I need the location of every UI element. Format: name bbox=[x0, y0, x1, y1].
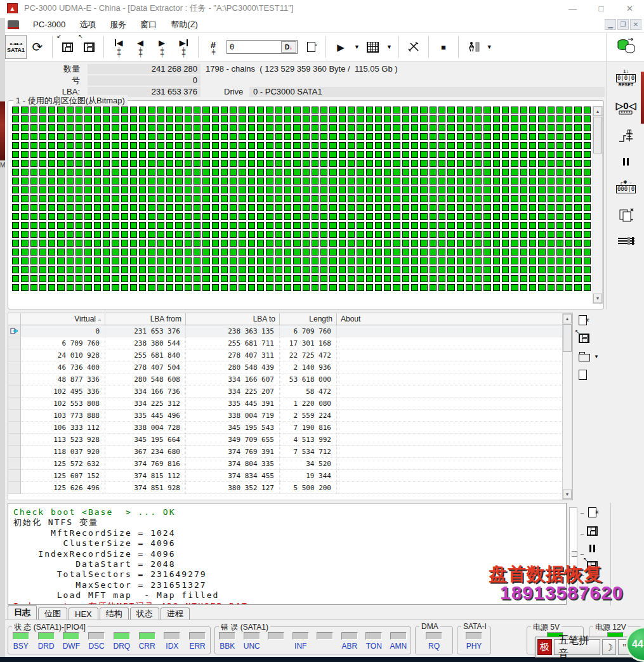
maximize-button[interactable]: □ bbox=[587, 0, 615, 16]
pause-log-button[interactable] bbox=[589, 545, 595, 552]
bitmap-cell bbox=[84, 151, 91, 158]
scroll-down-icon[interactable]: ▼ bbox=[563, 490, 572, 499]
bitmap-grid[interactable] bbox=[12, 107, 591, 294]
header-lba-from[interactable]: LBA from bbox=[105, 313, 186, 325]
build-map-button[interactable] bbox=[362, 35, 384, 59]
start-read-button[interactable]: ▶ bbox=[330, 35, 352, 59]
goto-next-sector-button[interactable]: ▶ ╪╪ bbox=[151, 35, 173, 59]
bitmap-cell bbox=[438, 266, 445, 273]
jump-to-button[interactable] bbox=[618, 129, 634, 144]
tools-button[interactable] bbox=[403, 35, 424, 59]
table-row[interactable]: 125 572 632374 769 816374 804 33534 520 bbox=[8, 458, 572, 470]
bitmap-cell bbox=[148, 284, 155, 291]
stop-button[interactable]: ■ bbox=[433, 35, 454, 59]
clear-pages-button[interactable] bbox=[618, 207, 634, 223]
open-map-button[interactable]: ▼ bbox=[579, 351, 599, 361]
bitmap-cell bbox=[185, 151, 192, 158]
table-row[interactable]: 6 709 760238 380 544255 681 71117 301 16… bbox=[8, 337, 572, 349]
pause-button[interactable] bbox=[623, 158, 629, 166]
bitmap-scrollbar[interactable]: ▲ ▼ bbox=[593, 106, 603, 304]
table-scrollbar[interactable]: ▲ ▼ bbox=[562, 313, 572, 500]
bitmap-cell bbox=[12, 266, 19, 273]
bitmap-cell bbox=[266, 124, 273, 131]
table-row[interactable]: 106 333 112338 004 728345 195 5437 190 8… bbox=[8, 422, 572, 434]
header-virtual[interactable]: Virtual▵ bbox=[21, 313, 105, 325]
table-row[interactable]: 102 495 336334 166 736334 225 20758 472 bbox=[8, 386, 572, 398]
tab-state[interactable]: 状态 bbox=[130, 607, 159, 620]
start-dropdown-arrow[interactable]: ▼ bbox=[354, 44, 360, 50]
ime-mode-button[interactable]: 五笔拼音 bbox=[554, 639, 600, 655]
table-row[interactable]: 48 877 336280 548 608334 166 60753 618 0… bbox=[8, 373, 572, 386]
table-row[interactable]: 24 010 928255 681 840278 407 31122 725 4… bbox=[8, 349, 572, 361]
copy-data-button[interactable] bbox=[617, 38, 636, 55]
bottom-tabs: 日志 位图 HEX 结构 状态 进程 bbox=[8, 605, 636, 620]
scroll-up-icon[interactable]: ▲ bbox=[593, 107, 602, 116]
scroll-up-icon[interactable]: ▲ bbox=[563, 314, 572, 323]
header-lba-to[interactable]: LBA to bbox=[186, 313, 280, 325]
bitmap-cell bbox=[284, 257, 291, 264]
menu-window[interactable]: 窗口 bbox=[140, 19, 157, 30]
tab-bitmap[interactable]: 位图 bbox=[38, 607, 67, 620]
menu-pc3000[interactable]: PC-3000 bbox=[33, 20, 65, 29]
ime-logo-icon[interactable]: 极 bbox=[537, 639, 552, 655]
goto-prev-sector-button[interactable]: ◀ ╪╪ bbox=[129, 35, 151, 59]
decimal-mode-button[interactable]: D↓ bbox=[281, 41, 296, 53]
bitmap-cell bbox=[257, 124, 264, 131]
new-log-button[interactable]: ✳ bbox=[588, 507, 596, 517]
tab-hex[interactable]: HEX bbox=[69, 607, 98, 620]
refresh-task-button[interactable]: ⟳ bbox=[27, 35, 48, 59]
sector-number-input[interactable]: 0 D↓ bbox=[227, 40, 298, 54]
close-button[interactable]: ✕ bbox=[615, 0, 644, 16]
goto-last-sector-button[interactable]: ▶ ╪╪ bbox=[173, 35, 194, 59]
sata1-port-button[interactable]: ⊶⊷ SATA1 bbox=[5, 35, 27, 59]
table-row[interactable]: 0231 653 376238 363 1356 709 760 bbox=[8, 325, 572, 337]
save-task-button[interactable]: ↙ bbox=[56, 35, 78, 59]
export-task-button[interactable]: ↖ bbox=[78, 35, 100, 59]
log-panel[interactable]: Check boot <Base > ... OK初始化 NTFS 变量 Mft… bbox=[8, 503, 567, 605]
table-row[interactable]: 102 553 808334 225 312335 445 3911 220 0… bbox=[8, 398, 572, 410]
save-map-button[interactable]: ↖ bbox=[579, 334, 589, 343]
bitmap-cell bbox=[239, 266, 246, 273]
table-row[interactable]: 125 607 152374 815 112374 834 45519 344 bbox=[8, 470, 572, 482]
menu-options[interactable]: 选项 bbox=[79, 19, 96, 30]
header-about[interactable]: About bbox=[337, 313, 572, 325]
tab-log[interactable]: 日志 bbox=[8, 605, 37, 620]
tab-structure[interactable]: 结构 bbox=[100, 607, 129, 620]
reset-counter-button[interactable]: 1↓ 0|0|0 RESET bbox=[616, 68, 636, 87]
run-process-button[interactable] bbox=[463, 35, 484, 59]
bitmap-cell bbox=[329, 204, 336, 211]
table-row[interactable]: 125 626 496374 851 928380 352 1275 500 2… bbox=[8, 482, 572, 494]
zero-position-button[interactable]: ▷0◁ bbox=[616, 101, 636, 115]
moon-fullhalf-button[interactable]: ☽ bbox=[602, 639, 615, 655]
table-row[interactable]: 118 037 920367 234 680374 769 3917 534 7… bbox=[8, 446, 572, 458]
mdi-close-button[interactable]: ✕ bbox=[630, 19, 641, 30]
scroll-down-icon[interactable]: ▼ bbox=[593, 294, 602, 303]
bitmap-scroll-thumb[interactable] bbox=[593, 117, 602, 153]
bitmap-cell bbox=[94, 133, 101, 140]
goto-first-sector-button[interactable]: ◀ ╪╪ bbox=[108, 35, 129, 59]
slider-thumb-icon[interactable] bbox=[569, 551, 577, 557]
run-dropdown-arrow[interactable]: ▼ bbox=[487, 44, 492, 50]
save-log-button[interactable] bbox=[587, 526, 598, 536]
skip-sectors-button[interactable]: ┌✱→ 000|0 bbox=[616, 179, 636, 193]
table-scroll-thumb[interactable] bbox=[563, 324, 572, 352]
map-dropdown-arrow[interactable]: ▼ bbox=[386, 44, 392, 50]
bitmap-cell bbox=[39, 222, 46, 229]
header-length[interactable]: Length bbox=[280, 313, 337, 325]
table-row[interactable]: 113 523 928345 195 664349 709 6554 513 9… bbox=[8, 434, 572, 446]
table-row[interactable]: 46 736 400278 407 504280 548 4392 140 93… bbox=[8, 361, 572, 373]
menu-help[interactable]: 帮助(Z) bbox=[171, 19, 198, 30]
tab-process[interactable]: 进程 bbox=[161, 607, 190, 620]
mdi-minimize-button[interactable]: ▁ bbox=[605, 19, 616, 30]
connection-button[interactable] bbox=[617, 237, 635, 245]
goto-sector-number-button[interactable]: # ╪ bbox=[202, 35, 224, 59]
mdi-restore-button[interactable]: ❐ bbox=[617, 19, 629, 30]
sector-view-button[interactable]: ⌄ bbox=[300, 35, 322, 59]
blank-page-button[interactable] bbox=[579, 370, 587, 380]
menu-service[interactable]: 服务 bbox=[110, 19, 126, 30]
bitmap-cell bbox=[230, 133, 237, 140]
bitmap-cell bbox=[57, 231, 64, 238]
new-map-button[interactable]: ✳ bbox=[579, 315, 587, 325]
minimize-button[interactable]: — bbox=[558, 0, 587, 16]
table-row[interactable]: 103 773 888335 445 496338 004 7192 559 2… bbox=[8, 410, 572, 422]
